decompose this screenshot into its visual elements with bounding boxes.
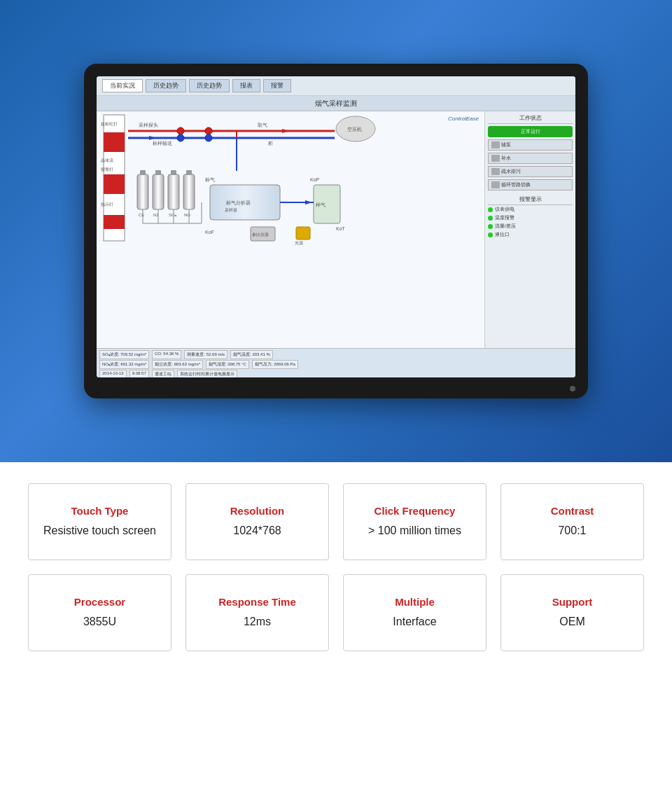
spec-touch-type-label: Touch Type [71,505,129,517]
process-svg: 超标红灯 晶体流 报警灯 指示灯 [97,111,484,348]
spec-touch-type: Touch Type Resistive touch screen [28,483,172,560]
specs-grid-row2: Processor 3855U Response Time 12ms Multi… [28,574,644,651]
data-date: 2014-10-13 [99,370,127,377]
svg-rect-1 [104,132,125,152]
svg-marker-24 [282,129,289,133]
svg-rect-3 [104,215,125,229]
data-co: CO: 54.36 % [152,350,181,359]
data-no2: NO₂浓度: 661.32 mg/m³ [99,360,149,369]
svg-rect-2 [104,174,125,194]
data-time: 9:38:57 [130,370,149,377]
svg-rect-31 [171,170,176,175]
svg-text:样气: 样气 [316,202,326,207]
svg-marker-57 [305,200,312,204]
svg-rect-27 [168,174,179,209]
svg-text:NO: NO [184,213,190,217]
svg-text:CE: CE [139,213,144,217]
spec-support: Support OEM [500,574,644,651]
alarm-item-1: 仪表供电 [488,205,573,214]
monitor-frame: 当前实况 历史趋势 历史趋势 报表 报警 烟气采样监测 ControlEase [84,64,588,398]
data-speed: 测量速度: 52.69 m/s [184,350,227,359]
spec-contrast-value: 700:1 [558,523,586,539]
spec-multiple: Multiple Interface [343,574,486,651]
scada-right-panel: 工作状态 正常运行 辅泵 补水 疏水排污 [484,111,575,348]
data-temp: 烟气温度: 203.41 % [230,350,273,359]
svg-text:光源: 光源 [295,241,303,245]
spec-support-label: Support [552,596,593,609]
spec-click-freq-label: Click Frequency [374,505,456,517]
svg-rect-25 [137,174,148,209]
svg-text:晶体流: 晶体流 [101,158,113,162]
data-station: 通道工站 [152,370,174,377]
scada-title: 烟气采样监测 [97,96,575,111]
data-runtime: 系统运行时间累计值电脑显示 [177,370,237,377]
svg-text:标气分析器: 标气分析器 [225,200,251,205]
svg-text:空压机: 空压机 [347,127,362,132]
data-row-3: 2014-10-13 9:38:57 通道工站 系统运行时间累计值电脑显示 [99,370,573,377]
svg-text:指示灯: 指示灯 [100,202,113,207]
ctrl-btn-circuit: 循环管路切换 [488,179,573,190]
alarm-dot-1 [488,207,493,212]
svg-text:KoP: KoP [310,177,320,182]
svg-point-15 [205,134,212,141]
data-row-2: NO₂浓度: 661.32 mg/m³ 烟尘浓度: 663.62 mg/m³ 烟… [99,360,573,369]
spec-support-value: OEM [559,614,584,630]
nav-alarm: 报警 [263,79,291,92]
spec-processor: Processor 3855U [28,574,172,651]
alarm-title: 报警显示 [488,195,573,205]
svg-rect-26 [153,174,164,209]
spec-multiple-label: Multiple [395,596,435,609]
data-row-1: SO₂浓度: 709.52 mg/m³ CO: 54.36 % 测量速度: 52… [99,350,573,359]
alarm-item-3: 流量/差压 [488,222,573,230]
spec-processor-label: Processor [74,596,125,609]
scada-data-bar: SO₂浓度: 709.52 mg/m³ CO: 54.36 % 测量速度: 52… [97,348,575,377]
ctrl-btn-water: 补水 [488,153,573,164]
data-dust: 烟尘浓度: 663.62 mg/m³ [152,360,202,369]
status-running: 正常运行 [488,126,573,137]
specs-section: Touch Type Resistive touch screen Resolu… [0,462,672,686]
specs-grid-row1: Touch Type Resistive touch screen Resolu… [28,483,644,560]
data-pressure: 烟气压力: 2669.06 Pa [252,360,298,369]
spec-response-time-label: Response Time [218,596,296,609]
ctrl-btn-pump: 辅泵 [488,139,573,151]
spec-resolution-value: 1024*768 [233,523,281,539]
scada-interface: 当前实况 历史趋势 历史趋势 报表 报警 烟气采样监测 ControlEase [97,76,575,377]
svg-text:SO₂: SO₂ [169,213,177,217]
svg-rect-48 [296,227,310,239]
hero-section: Online Store 当前实况 历史趋势 历史趋势 报表 报警 烟气采样监测 [0,0,672,462]
monitor-screen: 当前实况 历史趋势 历史趋势 报表 报警 烟气采样监测 ControlEase [97,76,575,377]
spec-response-time-value: 12ms [244,614,271,630]
alarm-item-4: 液位口 [488,230,573,239]
spec-processor-value: 3855U [83,614,116,630]
nav-current: 当前实况 [102,79,143,92]
scada-main: ControlEase 超标红灯 晶体流 报警灯 指示 [97,111,575,348]
spec-resolution-label: Resolution [230,505,285,517]
spec-resolution: Resolution 1024*768 [186,483,329,560]
status-title: 工作状态 [488,114,573,124]
svg-text:KoT: KoT [336,226,346,231]
svg-rect-29 [140,170,146,175]
svg-point-13 [205,127,212,134]
spec-touch-type-value: Resistive touch screen [43,523,156,539]
svg-marker-23 [149,136,156,140]
svg-text:参比仪器: 参比仪器 [252,232,269,237]
svg-point-12 [177,127,184,134]
monitor-power-dot [570,386,575,391]
spec-contrast-label: Contrast [551,505,594,517]
data-humidity: 烟气湿度: 368.75 °C [206,360,249,369]
nav-history1: 历史趋势 [146,79,186,92]
svg-text:KoF: KoF [205,230,214,235]
scada-drawing-area: ControlEase 超标红灯 晶体流 报警灯 指示 [97,111,484,348]
ctrl-btn-drain: 疏水排污 [488,166,573,177]
spec-contrast: Contrast 700:1 [500,483,644,560]
spec-response-time: Response Time 12ms [186,574,329,651]
scada-nav: 当前实况 历史趋势 历史趋势 报表 报警 [97,76,575,96]
nav-history2: 历史趋势 [189,79,230,92]
svg-rect-30 [155,170,161,175]
svg-text:标气: 标气 [204,177,215,182]
spec-click-freq-value: > 100 million times [368,523,461,539]
svg-text:取气: 取气 [258,123,267,127]
svg-rect-32 [186,170,192,175]
data-so2: SO₂浓度: 709.52 mg/m³ [99,350,149,359]
alarm-item-2: 温度报警 [488,214,573,222]
